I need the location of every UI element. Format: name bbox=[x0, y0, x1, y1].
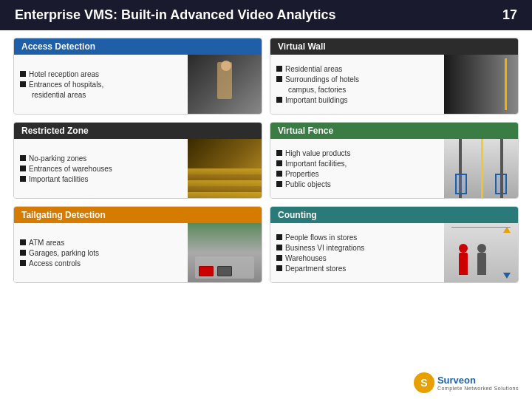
bullet-icon bbox=[20, 260, 26, 266]
bullet-icon bbox=[20, 176, 26, 182]
list-item: High value products bbox=[276, 149, 438, 157]
bullet-icon bbox=[276, 150, 282, 156]
list-item: Department stores bbox=[276, 265, 438, 273]
list-item: Important facilities, bbox=[276, 160, 438, 168]
list-item: Business VI integrations bbox=[276, 244, 438, 252]
card-image-virtual-wall bbox=[444, 55, 518, 114]
bullet-icon bbox=[276, 181, 282, 187]
bullet-icon bbox=[20, 239, 26, 245]
bullet-icon bbox=[276, 171, 282, 177]
card-image-tailgating-detection bbox=[188, 223, 262, 282]
bullet-icon bbox=[276, 245, 282, 250]
card-access-detection: Access Detection Hotel reception areas E… bbox=[13, 38, 262, 115]
bullet-icon bbox=[20, 71, 26, 77]
list-item: No-parking zones bbox=[20, 154, 182, 163]
card-header-tailgating-detection: Tailgating Detection bbox=[14, 207, 262, 223]
card-list-virtual-fence: High value products Important facilities… bbox=[270, 139, 444, 198]
list-item: Entrances of warehouses bbox=[20, 165, 182, 173]
card-header-virtual-fence: Virtual Fence bbox=[270, 123, 518, 139]
card-header-counting: Counting bbox=[270, 207, 518, 223]
bullet-icon bbox=[276, 97, 282, 103]
list-item: campus, factories bbox=[276, 86, 438, 94]
bullet-icon bbox=[276, 255, 282, 261]
card-counting: Counting People flows in stores Business… bbox=[270, 206, 519, 283]
card-tailgating-detection: Tailgating Detection ATM areas Garages, … bbox=[13, 206, 262, 283]
card-image-access-detection bbox=[188, 55, 262, 114]
card-body-tailgating-detection: ATM areas Garages, parking lots Access c… bbox=[14, 223, 262, 282]
card-virtual-wall: Virtual Wall Residential areas Surroundi… bbox=[270, 38, 519, 115]
list-item: People flows in stores bbox=[276, 233, 438, 242]
content-grid: Access Detection Hotel reception areas E… bbox=[0, 30, 532, 290]
bullet-icon bbox=[20, 81, 26, 87]
bullet-icon bbox=[20, 250, 26, 256]
card-body-virtual-wall: Residential areas Surroundings of hotels… bbox=[270, 55, 518, 114]
card-body-access-detection: Hotel reception areas Entrances of hospi… bbox=[14, 55, 262, 114]
card-body-virtual-fence: High value products Important facilities… bbox=[270, 139, 518, 198]
card-body-restricted-zone: No-parking zones Entrances of warehouses… bbox=[14, 139, 262, 198]
list-item: Entrances of hospitals, bbox=[20, 81, 182, 89]
bullet-icon bbox=[20, 166, 26, 171]
card-body-counting: People flows in stores Business VI integ… bbox=[270, 223, 518, 282]
card-list-restricted-zone: No-parking zones Entrances of warehouses… bbox=[14, 139, 188, 198]
list-item: Public objects bbox=[276, 180, 438, 188]
bullet-icon bbox=[276, 66, 282, 72]
list-item: Garages, parking lots bbox=[20, 249, 182, 257]
card-header-virtual-wall: Virtual Wall bbox=[270, 38, 518, 55]
card-header-access-detection: Access Detection bbox=[14, 38, 262, 55]
card-list-virtual-wall: Residential areas Surroundings of hotels… bbox=[270, 55, 444, 114]
list-item: Access controls bbox=[20, 259, 182, 267]
list-item: Important buildings bbox=[276, 96, 438, 104]
logo-name: Surveon bbox=[437, 375, 476, 386]
list-item: Residential areas bbox=[276, 65, 438, 73]
card-image-restricted-zone bbox=[188, 139, 262, 198]
bullet-icon bbox=[276, 76, 282, 82]
card-virtual-fence: Virtual Fence High value products Import… bbox=[270, 122, 519, 199]
list-item: Important facilities bbox=[20, 175, 182, 183]
card-list-tailgating-detection: ATM areas Garages, parking lots Access c… bbox=[14, 223, 188, 282]
logo-container: Surveon Complete Networked Solutions bbox=[437, 375, 519, 391]
card-image-virtual-fence bbox=[444, 139, 518, 198]
bullet-icon bbox=[276, 265, 282, 271]
header-title: Enterprise VMS: Built-in Advanced Video … bbox=[15, 7, 335, 23]
list-item: Properties bbox=[276, 170, 438, 178]
card-restricted-zone: Restricted Zone No-parking zones Entranc… bbox=[13, 122, 262, 199]
card-list-access-detection: Hotel reception areas Entrances of hospi… bbox=[14, 55, 188, 114]
list-item: Hotel reception areas bbox=[20, 70, 182, 78]
header: Enterprise VMS: Built-in Advanced Video … bbox=[0, 0, 532, 30]
card-header-restricted-zone: Restricted Zone bbox=[14, 123, 262, 139]
card-image-counting bbox=[444, 223, 518, 282]
logo-subtitle: Complete Networked Solutions bbox=[437, 386, 519, 391]
list-item: Surroundings of hotels bbox=[276, 75, 438, 83]
list-item: ATM areas bbox=[20, 239, 182, 247]
bullet-icon bbox=[20, 155, 26, 161]
list-item: residential areas bbox=[20, 91, 182, 99]
bullet-icon bbox=[276, 160, 282, 166]
logo-icon: S bbox=[414, 372, 434, 393]
card-list-counting: People flows in stores Business VI integ… bbox=[270, 223, 444, 282]
bullet-icon bbox=[276, 234, 282, 240]
page-number: 17 bbox=[502, 7, 517, 23]
footer: S Surveon Complete Networked Solutions bbox=[414, 372, 519, 393]
list-item: Warehouses bbox=[276, 254, 438, 262]
